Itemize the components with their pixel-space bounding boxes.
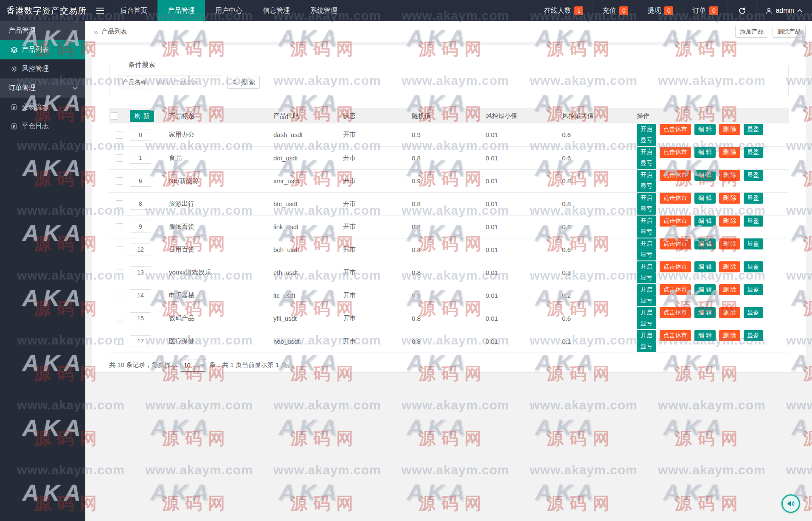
row-action-open-button[interactable]: 开启 — [637, 170, 656, 181]
delete-product-button[interactable]: 删除产品 — [773, 26, 806, 38]
row-checkbox[interactable] — [116, 292, 123, 299]
row-action-close-market-button[interactable]: 点击休市 — [660, 330, 691, 341]
row-action-edit-button[interactable]: 编 辑 — [694, 170, 716, 181]
row-checkbox[interactable] — [116, 154, 123, 162]
row-action-close-market-button[interactable]: 点击休市 — [660, 170, 691, 181]
row-action-delete-button[interactable]: 删 除 — [719, 261, 740, 272]
row-action-show-profit-button[interactable]: 显盈 — [744, 170, 763, 181]
product-id-box[interactable]: 6 — [130, 175, 151, 187]
row-action-show-loss-button[interactable]: 显亏 — [637, 341, 656, 352]
row-action-show-profit-button[interactable]: 显盈 — [744, 330, 763, 341]
row-action-delete-button[interactable]: 删 除 — [719, 193, 740, 204]
stat-orders[interactable]: 订单 0 — [683, 0, 728, 21]
product-id-box[interactable]: 15 — [130, 312, 151, 324]
product-id-box[interactable]: 1 — [130, 152, 151, 164]
product-id-box[interactable]: 9 — [130, 221, 151, 232]
product-id-box[interactable]: 13 — [130, 266, 151, 278]
sidebar-item-risk[interactable]: 风控管理 — [0, 59, 85, 78]
row-action-show-profit-button[interactable]: 显盈 — [744, 284, 763, 295]
row-action-delete-button[interactable]: 删 除 — [719, 330, 740, 341]
row-action-open-button[interactable]: 开启 — [637, 216, 656, 227]
row-action-open-button[interactable]: 开启 — [637, 238, 656, 249]
per-page-select[interactable]: 10 — [180, 359, 206, 372]
row-action-show-loss-button[interactable]: 显亏 — [637, 158, 656, 169]
sidebar-group-orders[interactable]: 订单管理 — [0, 78, 85, 98]
row-action-show-loss-button[interactable]: 显亏 — [637, 227, 656, 238]
row-action-edit-button[interactable]: 编 辑 — [694, 238, 716, 249]
stat-online[interactable]: 在线人数 1 — [534, 0, 593, 21]
row-action-show-profit-button[interactable]: 显盈 — [744, 147, 763, 158]
row-action-edit-button[interactable]: 编 辑 — [694, 284, 716, 295]
row-action-delete-button[interactable]: 删 除 — [719, 238, 740, 249]
row-action-open-button[interactable]: 开启 — [637, 193, 656, 204]
row-action-show-profit-button[interactable]: 显盈 — [744, 124, 763, 135]
product-id-box[interactable]: 0 — [130, 129, 151, 141]
user-menu[interactable]: admin — [756, 0, 806, 21]
refresh-icon[interactable] — [728, 0, 756, 21]
stat-withdraw[interactable]: 提现 0 — [638, 0, 683, 21]
row-action-show-loss-button[interactable]: 显亏 — [637, 272, 656, 283]
row-action-edit-button[interactable]: 编 辑 — [694, 147, 716, 158]
row-action-edit-button[interactable]: 编 辑 — [694, 261, 716, 272]
product-id-box[interactable]: 14 — [130, 289, 151, 301]
row-checkbox[interactable] — [116, 132, 123, 139]
sidebar-item-trade-flow[interactable]: 交易流水 — [0, 98, 85, 117]
search-button[interactable]: 搜 索 — [227, 76, 260, 89]
row-checkbox[interactable] — [116, 338, 123, 345]
row-checkbox[interactable] — [116, 223, 123, 230]
row-action-edit-button[interactable]: 编 辑 — [694, 216, 716, 227]
row-action-delete-button[interactable]: 删 除 — [719, 147, 740, 158]
row-action-show-profit-button[interactable]: 显盈 — [744, 193, 763, 204]
row-action-close-market-button[interactable]: 点击休市 — [660, 238, 691, 249]
row-action-edit-button[interactable]: 编 辑 — [694, 124, 716, 135]
row-action-open-button[interactable]: 开启 — [637, 261, 656, 272]
sidebar-item-close-log[interactable]: 平仓日志 — [0, 117, 85, 136]
sidebar-group-products[interactable]: 产品管理 — [0, 21, 85, 40]
row-action-close-market-button[interactable]: 点击休市 — [660, 307, 691, 318]
row-action-show-profit-button[interactable]: 显盈 — [744, 261, 763, 272]
product-name-input[interactable] — [151, 76, 221, 89]
row-action-close-market-button[interactable]: 点击休市 — [660, 124, 691, 135]
sidebar-item-product-list[interactable]: 产品列表 — [0, 40, 85, 59]
nav-item-system[interactable]: 系统管理 — [300, 0, 348, 21]
refresh-button[interactable]: 刷 新 — [130, 110, 154, 122]
row-action-delete-button[interactable]: 删 除 — [719, 124, 740, 135]
stat-recharge[interactable]: 充值 0 — [593, 0, 638, 21]
nav-item-info[interactable]: 信息管理 — [253, 0, 300, 21]
row-action-edit-button[interactable]: 编 辑 — [694, 330, 716, 341]
product-id-box[interactable]: 8 — [130, 198, 151, 210]
row-checkbox[interactable] — [116, 269, 123, 276]
product-id-box[interactable]: 17 — [130, 335, 151, 347]
row-action-show-profit-button[interactable]: 显盈 — [744, 216, 763, 227]
row-checkbox[interactable] — [116, 200, 123, 207]
nav-item-products[interactable]: 产品管理 — [157, 0, 205, 21]
row-action-close-market-button[interactable]: 点击休市 — [660, 284, 691, 295]
row-action-open-button[interactable]: 开启 — [637, 330, 656, 341]
select-all-checkbox[interactable] — [111, 112, 118, 120]
row-action-delete-button[interactable]: 删 除 — [719, 284, 740, 295]
row-action-open-button[interactable]: 开启 — [637, 124, 656, 135]
row-action-show-loss-button[interactable]: 显亏 — [637, 295, 656, 306]
row-action-show-loss-button[interactable]: 显亏 — [637, 204, 656, 215]
nav-item-home[interactable]: 后台首页 — [110, 0, 157, 21]
row-action-show-loss-button[interactable]: 显亏 — [637, 318, 656, 329]
row-action-delete-button[interactable]: 删 除 — [719, 307, 740, 318]
product-id-box[interactable]: 12 — [130, 244, 151, 255]
row-checkbox[interactable] — [116, 315, 123, 322]
row-action-edit-button[interactable]: 编 辑 — [694, 193, 716, 204]
row-action-close-market-button[interactable]: 点击休市 — [660, 193, 691, 204]
row-action-close-market-button[interactable]: 点击休市 — [660, 261, 691, 272]
row-action-show-loss-button[interactable]: 显亏 — [637, 135, 656, 146]
row-action-show-loss-button[interactable]: 显亏 — [637, 181, 656, 192]
voice-assist-button[interactable] — [781, 494, 800, 513]
row-action-close-market-button[interactable]: 点击休市 — [660, 147, 691, 158]
row-action-edit-button[interactable]: 编 辑 — [694, 307, 716, 318]
row-checkbox[interactable] — [116, 246, 123, 253]
row-checkbox[interactable] — [116, 177, 123, 185]
row-action-show-loss-button[interactable]: 显亏 — [637, 249, 656, 260]
row-action-open-button[interactable]: 开启 — [637, 284, 656, 295]
row-action-open-button[interactable]: 开启 — [637, 307, 656, 318]
row-action-show-profit-button[interactable]: 显盈 — [744, 238, 763, 249]
row-action-delete-button[interactable]: 删 除 — [719, 170, 740, 181]
row-action-delete-button[interactable]: 删 除 — [719, 216, 740, 227]
